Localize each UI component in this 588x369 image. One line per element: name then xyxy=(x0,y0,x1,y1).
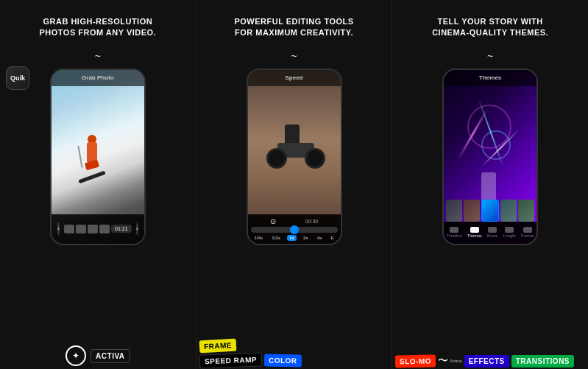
speed-thumb[interactable] xyxy=(290,225,299,234)
col2-heading: POWERFUL EDITING TOOLS FOR MAXIMUM CREAT… xyxy=(234,16,353,39)
activa-label-2: Activa xyxy=(450,359,461,363)
phone1-topbar: Grab Photo xyxy=(52,70,144,86)
tab-length-icon xyxy=(505,227,514,233)
main-container: GRAB HIGH-RESOLUTION PHOTOS FROM ANY VID… xyxy=(0,0,588,369)
phone3-screen: Themes xyxy=(444,70,536,244)
snowboarder-figure xyxy=(77,135,107,183)
tab-themes[interactable]: Themes xyxy=(467,227,482,238)
speed-buttons-row: 1/4x 1/2x 1x 2x 4x E xyxy=(251,235,338,241)
col3-heading: TELL YOUR STORY WITH CINEMA-QUALITY THEM… xyxy=(432,16,548,39)
col2-sticker-row-1: FRAME xyxy=(199,340,389,352)
record-icon-row: ⊙ 00:30 xyxy=(251,217,338,225)
speed-slider-row xyxy=(251,227,338,233)
time-display: 00:30 xyxy=(305,219,319,224)
phone3-tabs: Timeline Themes Music Length xyxy=(444,222,536,244)
timeline-strip: 01:21 xyxy=(64,225,132,233)
speed-btn-e[interactable]: E xyxy=(328,235,336,241)
nav-right-arrow[interactable]: › xyxy=(136,222,138,236)
light-circle-2 xyxy=(481,130,511,160)
tab-themes-icon xyxy=(470,227,479,233)
tab-format-icon xyxy=(523,227,532,233)
col1-bottom-area: ✦ Activa xyxy=(0,345,196,366)
wave-icon: 〜 xyxy=(438,354,448,368)
phone1-screen: Grab Photo ‹ xyxy=(52,70,144,244)
theme-thumb-extra1[interactable] xyxy=(500,200,517,222)
speed-btn-4x[interactable]: 4x xyxy=(315,235,325,241)
speed-btn-1x[interactable]: 1x xyxy=(287,235,297,241)
moto-figure xyxy=(266,113,325,172)
col3-squiggle: ~ xyxy=(487,50,493,62)
theme-thumb-active[interactable] xyxy=(481,200,499,222)
phone-3: Themes xyxy=(442,68,538,245)
tab-length[interactable]: Length xyxy=(503,227,516,238)
col1-heading: GRAB HIGH-RESOLUTION PHOTOS FROM ANY VID… xyxy=(39,16,156,39)
theme-thumb-extra2[interactable] xyxy=(518,200,534,222)
slo-mo-sticker: SLO-MO xyxy=(395,355,436,368)
timeline-thumb-4 xyxy=(99,225,110,233)
frame-sticker: FRAME xyxy=(199,339,236,354)
tab-format[interactable]: Format xyxy=(521,227,534,238)
col3-bottom-stickers: SLO-MO 〜 Activa EFFECTS TRANSITIONS xyxy=(392,354,588,368)
transitions-sticker: TRANSITIONS xyxy=(511,355,574,368)
time-indicator-1: 01:21 xyxy=(111,225,132,233)
phone2-topbar: Speed xyxy=(248,70,341,86)
timeline-thumb-2 xyxy=(76,225,86,233)
quik-badge: Quik xyxy=(6,66,29,90)
speed-btn-quarter[interactable]: 1/4x xyxy=(252,235,266,241)
speed-btn-half[interactable]: 1/2x xyxy=(269,235,283,241)
column-1: GRAB HIGH-RESOLUTION PHOTOS FROM ANY VID… xyxy=(0,0,196,369)
col1-squiggle: ~ xyxy=(95,50,101,62)
nav-left-arrow[interactable]: ‹ xyxy=(57,222,60,236)
col2-bottom-stickers: FRAME SPEED RAMP COLOR xyxy=(196,340,392,368)
speed-btn-2x[interactable]: 2x xyxy=(301,235,311,241)
wave-icon-row: 〜 Activa xyxy=(438,354,461,368)
activa-label: Activa xyxy=(91,349,130,363)
column-3: TELL YOUR STORY WITH CINEMA-QUALITY THEM… xyxy=(392,0,588,369)
effects-sticker: EFFECTS xyxy=(464,355,509,368)
camera-icon: ⊙ xyxy=(270,217,276,225)
phone-1: Grab Photo ‹ xyxy=(50,68,146,245)
timeline-thumb-3 xyxy=(88,225,98,233)
tab-music[interactable]: Music xyxy=(487,227,497,238)
theme-thumb-glitch[interactable] xyxy=(464,200,480,222)
col2-squiggle: ~ xyxy=(291,50,297,62)
snowboard xyxy=(78,171,105,184)
speed-controls: ⊙ 00:30 1/4x 1/2x 1x 2x 4x E xyxy=(248,214,341,244)
star-circle: ✦ xyxy=(65,345,86,366)
theme-thumbnails-row xyxy=(444,200,536,222)
speed-ramp-sticker: SPEED RAMP xyxy=(199,353,262,369)
tab-timeline[interactable]: Timeline xyxy=(447,227,462,238)
color-sticker: COLOR xyxy=(264,354,302,368)
phone2-screen: Speed ⊙ 00:30 xyxy=(248,70,341,244)
ski-poles xyxy=(78,146,83,168)
tab-music-icon xyxy=(488,227,497,233)
moto-wheel-front xyxy=(305,148,325,169)
speed-track[interactable] xyxy=(251,227,338,233)
phone-2: Speed ⊙ 00:30 xyxy=(247,68,342,245)
column-2: POWERFUL EDITING TOOLS FOR MAXIMUM CREAT… xyxy=(196,0,393,369)
moto-wheel-rear xyxy=(266,148,287,169)
tab-timeline-icon xyxy=(450,227,458,233)
phone3-topbar: Themes xyxy=(444,70,536,86)
phone1-controls: ‹ 01:21 › xyxy=(52,214,144,244)
col2-sticker-row-2: SPEED RAMP COLOR xyxy=(199,354,389,368)
theme-thumb-travel[interactable] xyxy=(446,200,462,222)
col1-activa-row: ✦ Activa xyxy=(65,345,130,366)
timeline-thumb-1 xyxy=(64,225,74,233)
